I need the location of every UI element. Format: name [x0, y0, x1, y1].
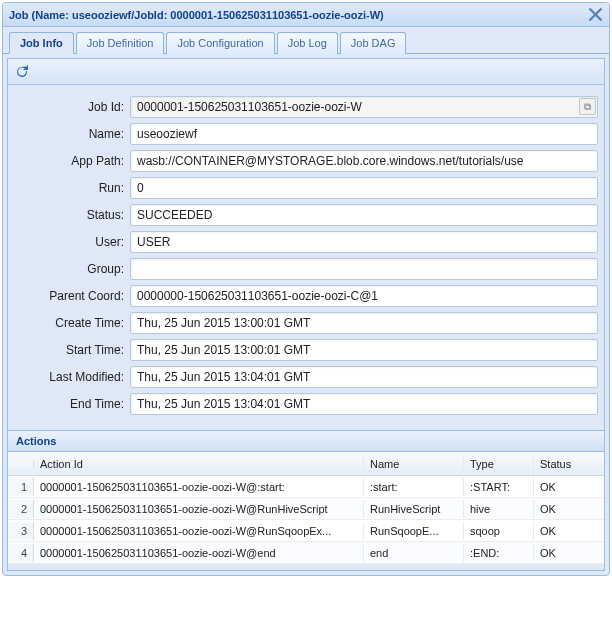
form-row: App Path:: [14, 150, 598, 172]
grid-header: Action Id Name Type Status: [8, 452, 604, 476]
form-input[interactable]: [130, 150, 598, 172]
cell-status: OK: [534, 522, 604, 540]
cell-rownum: 4: [8, 544, 34, 562]
cell-action-id: 0000001-150625031103651-oozie-oozi-W@Run…: [34, 522, 364, 540]
form-label: Start Time:: [14, 343, 130, 357]
form-input[interactable]: [130, 285, 598, 307]
job-dialog: Job (Name: useooziewf/JobId: 0000001-150…: [2, 2, 610, 576]
cell-name: RunHiveScript: [364, 500, 464, 518]
tab-job-log[interactable]: Job Log: [277, 32, 338, 54]
form-trigger-wrap: ⧉: [130, 96, 598, 118]
cell-name: RunSqoopE...: [364, 522, 464, 540]
form-input[interactable]: [130, 123, 598, 145]
job-info-panel: Job Id:⧉Name:App Path:Run:Status:User:Gr…: [8, 59, 604, 430]
cell-rownum: 2: [8, 500, 34, 518]
cell-action-id: 0000001-150625031103651-oozie-oozi-W@Run…: [34, 500, 364, 518]
form-label: Last Modified:: [14, 370, 130, 384]
form-input[interactable]: [130, 312, 598, 334]
job-info-form: Job Id:⧉Name:App Path:Run:Status:User:Gr…: [8, 85, 604, 430]
cell-status: OK: [534, 478, 604, 496]
table-row[interactable]: 20000001-150625031103651-oozie-oozi-W@Ru…: [8, 498, 604, 520]
form-label: Name:: [14, 127, 130, 141]
form-row: Status:: [14, 204, 598, 226]
form-row: End Time:: [14, 393, 598, 415]
form-row: Parent Coord:: [14, 285, 598, 307]
tab-job-info[interactable]: Job Info: [9, 32, 74, 54]
form-row: Start Time:: [14, 339, 598, 361]
form-row: Name:: [14, 123, 598, 145]
panel-footer: [8, 564, 604, 570]
form-input[interactable]: [130, 96, 598, 118]
col-name[interactable]: Name: [364, 455, 464, 473]
form-label: User:: [14, 235, 130, 249]
form-input[interactable]: [130, 258, 598, 280]
tab-job-configuration[interactable]: Job Configuration: [166, 32, 274, 54]
form-row: Last Modified:: [14, 366, 598, 388]
tab-job-definition[interactable]: Job Definition: [76, 32, 165, 54]
form-label: Job Id:: [14, 100, 130, 114]
form-label: End Time:: [14, 397, 130, 411]
close-icon[interactable]: [588, 7, 603, 22]
form-input[interactable]: [130, 177, 598, 199]
form-label: Create Time:: [14, 316, 130, 330]
form-input[interactable]: [130, 339, 598, 361]
form-row: Create Time:: [14, 312, 598, 334]
cell-action-id: 0000001-150625031103651-oozie-oozi-W@:st…: [34, 478, 364, 496]
col-action-id[interactable]: Action Id: [34, 455, 364, 473]
tab-content: Job Id:⧉Name:App Path:Run:Status:User:Gr…: [7, 58, 605, 571]
cell-type: hive: [464, 500, 534, 518]
field-trigger-icon[interactable]: ⧉: [579, 98, 596, 115]
col-rownum: [8, 461, 34, 467]
form-input[interactable]: [130, 393, 598, 415]
table-row[interactable]: 30000001-150625031103651-oozie-oozi-W@Ru…: [8, 520, 604, 542]
cell-name: :start:: [364, 478, 464, 496]
form-label: Run:: [14, 181, 130, 195]
form-input[interactable]: [130, 231, 598, 253]
form-label: Parent Coord:: [14, 289, 130, 303]
window-title: Job (Name: useooziewf/JobId: 0000001-150…: [9, 9, 588, 21]
cell-status: OK: [534, 544, 604, 562]
actions-grid: Action Id Name Type Status 10000001-1506…: [8, 452, 604, 564]
cell-type: sqoop: [464, 522, 534, 540]
cell-status: OK: [534, 500, 604, 518]
cell-name: end: [364, 544, 464, 562]
actions-header: Actions: [8, 430, 604, 452]
form-label: Group:: [14, 262, 130, 276]
form-toolbar: [8, 59, 604, 85]
col-status[interactable]: Status: [534, 455, 604, 473]
col-type[interactable]: Type: [464, 455, 534, 473]
form-input[interactable]: [130, 366, 598, 388]
refresh-icon[interactable]: [14, 64, 30, 80]
cell-rownum: 1: [8, 478, 34, 496]
tab-job-dag[interactable]: Job DAG: [340, 32, 407, 54]
grid-body: 10000001-150625031103651-oozie-oozi-W@:s…: [8, 476, 604, 564]
cell-type: :START:: [464, 478, 534, 496]
table-row[interactable]: 40000001-150625031103651-oozie-oozi-W@en…: [8, 542, 604, 564]
form-row: User:: [14, 231, 598, 253]
form-row: Run:: [14, 177, 598, 199]
cell-action-id: 0000001-150625031103651-oozie-oozi-W@end: [34, 544, 364, 562]
tabbar: Job Info Job Definition Job Configuratio…: [3, 27, 609, 54]
table-row[interactable]: 10000001-150625031103651-oozie-oozi-W@:s…: [8, 476, 604, 498]
form-row: Job Id:⧉: [14, 96, 598, 118]
cell-rownum: 3: [8, 522, 34, 540]
titlebar[interactable]: Job (Name: useooziewf/JobId: 0000001-150…: [3, 3, 609, 27]
form-label: Status:: [14, 208, 130, 222]
form-row: Group:: [14, 258, 598, 280]
form-input[interactable]: [130, 204, 598, 226]
form-label: App Path:: [14, 154, 130, 168]
cell-type: :END:: [464, 544, 534, 562]
